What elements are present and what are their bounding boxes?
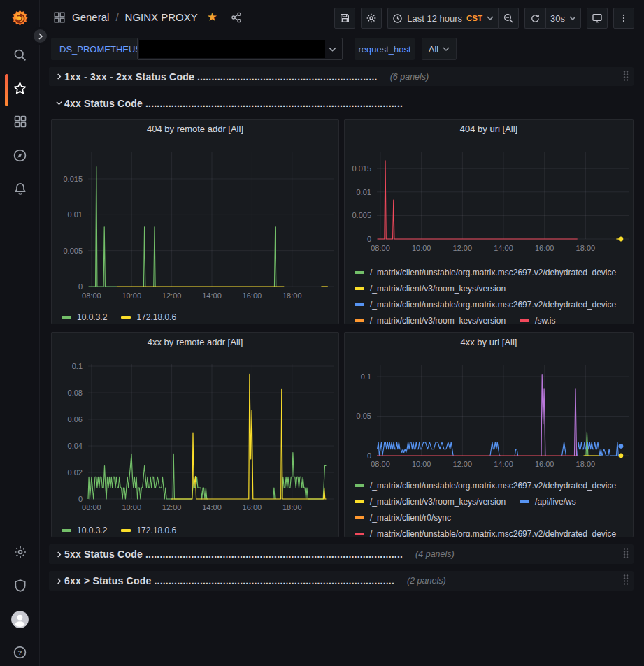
dashboard-settings-button[interactable]	[361, 8, 382, 29]
page-title: NGINX PROXY	[125, 11, 198, 23]
legend-item[interactable]: /_matrix/client/v3/room_keys/version	[355, 281, 506, 297]
gear-icon	[13, 545, 27, 559]
sidebar-item-profile[interactable]	[0, 605, 40, 633]
sidebar: ?	[0, 0, 40, 666]
y-axis-tick-label: 0.015	[352, 164, 371, 173]
chevron-right-icon	[53, 578, 64, 584]
save-dashboard-button[interactable]	[334, 8, 355, 29]
sidebar-item-explore[interactable]	[0, 141, 40, 169]
sidebar-item-server-admin[interactable]	[0, 572, 40, 600]
legend-item[interactable]: /_matrix/client/r0/sync	[355, 510, 451, 526]
x-axis-tick-label: 14:00	[202, 291, 222, 300]
row-1xx-3xx-2xx[interactable]: 1xx - 3xx - 2xx Status Code ............…	[49, 67, 634, 86]
row-drag-handle[interactable]	[622, 574, 629, 588]
panel-title[interactable]: 4xx by uri [All]	[345, 333, 633, 352]
help-icon: ?	[13, 645, 27, 660]
zoom-out-icon	[503, 13, 514, 24]
sidebar-item-dashboards[interactable]	[0, 108, 40, 136]
chart-svg: 00.0050.010.01508:0010:0012:0014:0016:00…	[52, 138, 338, 303]
timeseries-chart[interactable]: 00.050.108:0010:0012:0014:0016:0018:00	[345, 352, 633, 474]
kebab-menu-button[interactable]	[613, 8, 634, 29]
sidebar-item-help[interactable]: ?	[0, 638, 40, 666]
panel-title[interactable]: 404 by uri [All]	[345, 120, 633, 139]
legend-item[interactable]: /_matrix/client/unstable/org.matrix.msc2…	[355, 478, 616, 494]
grafana-logo-icon	[10, 9, 29, 28]
sidebar-item-starred[interactable]	[0, 74, 40, 102]
series-line	[275, 226, 276, 286]
timeseries-chart[interactable]: 00.020.040.060.080.108:0010:0012:0014:00…	[52, 352, 338, 519]
timeseries-chart[interactable]: 00.0050.010.01508:0010:0012:0014:0016:00…	[52, 138, 338, 305]
series-line	[378, 160, 578, 238]
sidebar-expand-button[interactable]	[31, 27, 49, 45]
y-axis-tick-label: 0.1	[72, 362, 83, 370]
row-panel-count: (6 panels)	[390, 72, 429, 82]
legend-series-color	[520, 319, 529, 322]
legend-item[interactable]: /api/live/ws	[520, 494, 576, 510]
variable-label-request-host[interactable]: request_host	[355, 38, 415, 60]
row-title: 4xx Status Code ........................…	[64, 98, 403, 109]
sidebar-item-search[interactable]	[0, 41, 40, 68]
y-axis-tick-label: 0	[367, 451, 371, 460]
legend-item[interactable]: /_matrix/client/unstable/org.matrix.msc2…	[355, 526, 616, 537]
legend-series-label: /_matrix/client/v3/room_keys/version	[370, 316, 506, 324]
sidebar-item-configuration[interactable]	[0, 538, 40, 566]
legend-item[interactable]: 10.0.3.2	[62, 523, 107, 537]
gear-icon	[366, 13, 377, 24]
request-host-select[interactable]: All	[422, 38, 457, 60]
breadcrumb-section[interactable]: General	[72, 11, 109, 23]
chevron-down-icon	[443, 45, 450, 52]
legend-item[interactable]: /_matrix/client/unstable/org.matrix.msc2…	[355, 265, 616, 281]
zoom-out-time-button[interactable]	[498, 8, 519, 29]
y-axis-tick-label: 0	[78, 282, 83, 291]
row-6xx[interactable]: 6xx > Status Code ......................…	[49, 571, 634, 591]
y-axis-tick-label: 0.01	[357, 187, 371, 196]
dashboard-toolbar: Last 12 hours CST 30s	[334, 8, 634, 29]
legend-series-color	[355, 271, 364, 274]
cycle-view-mode-button[interactable]	[587, 8, 608, 29]
sidebar-item-alerting[interactable]	[0, 175, 40, 203]
series-line	[273, 488, 275, 499]
avatar	[10, 610, 29, 629]
chevron-right-icon	[53, 73, 64, 80]
series-line	[154, 226, 155, 286]
refresh-button[interactable]	[524, 8, 545, 29]
legend-item[interactable]: /sw.js	[520, 313, 555, 324]
x-axis-tick-label: 18:00	[282, 291, 302, 300]
legend-item[interactable]: 10.0.3.2	[62, 310, 107, 324]
chevron-down-icon	[53, 100, 64, 106]
series-line	[282, 452, 326, 499]
request-host-value: All	[429, 44, 438, 55]
share-icon[interactable]	[231, 12, 242, 23]
row-panel-count: (4 panels)	[415, 549, 455, 559]
legend-item[interactable]: 172.18.0.6	[121, 310, 176, 324]
row-drag-handle[interactable]	[622, 547, 629, 562]
panel-title[interactable]: 404 by remote addr [All]	[52, 120, 338, 138]
series-line	[515, 449, 517, 455]
row-drag-handle[interactable]	[622, 69, 629, 84]
variable-label-ds-prometheus[interactable]: DS_PROMETHEUS	[51, 38, 150, 60]
series-line	[378, 442, 454, 455]
row-4xx[interactable]: 4xx Status Code ........................…	[49, 94, 634, 113]
x-axis-tick-label: 18:00	[576, 244, 596, 252]
chevron-right-icon	[37, 33, 44, 40]
refresh-interval-picker[interactable]: 30s	[545, 8, 581, 29]
x-axis-tick-label: 16:00	[535, 460, 554, 468]
favorite-star-icon[interactable]: ★	[207, 10, 217, 24]
row-5xx[interactable]: 5xx Status Code ........................…	[49, 544, 634, 564]
legend-series-label: 172.18.0.6	[136, 312, 176, 322]
time-range-picker[interactable]: Last 12 hours CST	[387, 8, 498, 29]
x-axis-tick-label: 10:00	[122, 503, 141, 512]
panel-title[interactable]: 4xx by remote addr [All]	[52, 333, 338, 352]
series-point	[619, 453, 624, 458]
legend-item[interactable]: /_matrix/client/unstable/org.matrix.msc2…	[355, 297, 616, 313]
legend-series-label: /_matrix/client/v3/room_keys/version	[370, 284, 506, 294]
legend-item[interactable]: /_matrix/client/v3/room_keys/version	[355, 494, 506, 510]
legend-item[interactable]: /_matrix/client/v3/room_keys/version	[355, 313, 506, 324]
legend-item[interactable]: 172.18.0.6	[121, 523, 176, 537]
grafana-logo[interactable]	[0, 7, 40, 29]
star-icon	[13, 81, 27, 96]
timeseries-chart[interactable]: 00.0050.010.01508:0010:0012:0014:0016:00…	[345, 139, 633, 261]
chevron-down-icon	[329, 45, 336, 53]
series-point	[619, 444, 624, 449]
datasource-select[interactable]	[137, 38, 343, 60]
